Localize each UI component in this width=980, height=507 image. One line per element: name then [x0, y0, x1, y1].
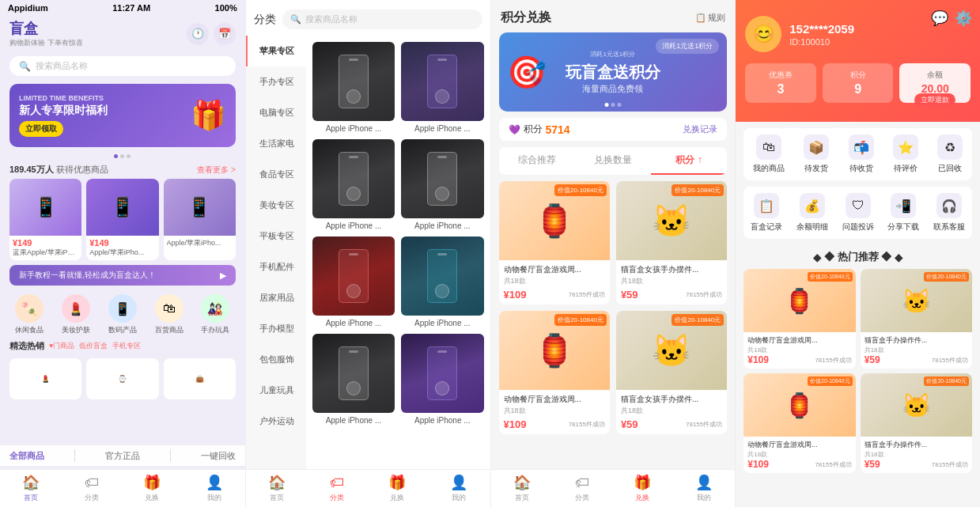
time: 11:27 AM	[112, 3, 150, 13]
panel2-nav-exchange[interactable]: 🎁 兑换	[388, 474, 406, 503]
menu-my-goods[interactable]: 🛍 我的商品	[753, 134, 785, 174]
nav-profile[interactable]: 👤 我的	[206, 474, 223, 503]
sidebar-item-kids[interactable]: 儿童玩具	[246, 375, 306, 406]
menu-pending-review[interactable]: ⭐ 待评价	[893, 134, 918, 174]
sidebar-item-computer[interactable]: 电脑专区	[246, 97, 306, 128]
sidebar-item-food[interactable]: 食品专区	[246, 159, 306, 190]
rules-button[interactable]: 📋 规则	[695, 12, 725, 24]
tab-points[interactable]: 积分 ↑	[651, 147, 727, 175]
sidebar-item-models[interactable]: 手办模型	[246, 313, 306, 344]
banner-btn[interactable]: 立即领取	[19, 121, 63, 137]
hot-products-grid: 🏮 价值20-10840元 动物餐厅盲盒游戏周... 共18款 ¥109 781…	[736, 269, 980, 473]
menu-box-record[interactable]: 📋 盲盒记录	[751, 193, 782, 233]
nav-exchange[interactable]: 🎁 兑换	[143, 474, 161, 503]
menu-pending-ship[interactable]: 📦 待发货	[804, 134, 829, 174]
product-card-0[interactable]: 📱 ¥149 蓝果Apple/苹果iPho...	[9, 179, 81, 260]
tab-recommend[interactable]: 综合推荐	[499, 147, 575, 175]
nav-category[interactable]: 🏷 分类	[85, 475, 99, 503]
category-digital[interactable]: 📱 数码产品	[108, 294, 137, 335]
sidebar-item-beauty[interactable]: 美妆专区	[246, 190, 306, 221]
sidebar-item-outdoor[interactable]: 户外运动	[246, 406, 306, 437]
category-beauty[interactable]: 💄 美妆护肤	[62, 294, 90, 335]
panel3-nav-category[interactable]: 🏷 分类	[575, 475, 589, 503]
panel2-nav-home[interactable]: 🏠 首页	[268, 474, 286, 503]
plan-button[interactable]: 📅	[214, 23, 236, 45]
panel3-product-3[interactable]: 🐱 价值20-10840元 猫盲盒女孩手办摆件... 共18款 ¥59 7815…	[616, 311, 727, 434]
product-card-2[interactable]: 📱 Apple/苹果iPho...	[164, 179, 236, 260]
hot-product-name-3: 猫盲盒手办操作件...	[865, 440, 968, 450]
panel3-product-img-0: 🏮 价值20-10840元	[499, 181, 610, 260]
official-btn[interactable]: 官方正品	[105, 450, 140, 462]
settings-icon[interactable]: ⚙️	[955, 9, 972, 27]
message-icon[interactable]: 💬	[931, 9, 948, 27]
category-food[interactable]: 🍡 休闲食品	[15, 294, 44, 335]
panel3-nav-profile[interactable]: 👤 我的	[695, 474, 713, 503]
hot-item-beauty[interactable]: 💄	[9, 358, 81, 399]
hot-product-img-2: 🏮 价值20-10840元	[744, 373, 855, 437]
sidebar-item-figures[interactable]: 手办专区	[246, 66, 306, 97]
hot-product-1[interactable]: 🐱 价值20-10840元 猫盲盒手办操作件... 共18款 ¥59 78155…	[861, 269, 972, 369]
panel2-nav-category[interactable]: 🏷 分类	[330, 475, 344, 503]
all-products-btn[interactable]: 全部商品	[9, 450, 44, 462]
sidebar-item-tablet[interactable]: 平板专区	[246, 221, 306, 252]
stat-balance[interactable]: 余额 20.00 立即退款	[899, 63, 971, 103]
nav-home[interactable]: 🏠 首页	[22, 474, 40, 503]
bottom-action-bar: 全部商品 官方正品 一键回收	[0, 445, 245, 466]
panel3-product-0[interactable]: 🏮 价值20-10840元 动物餐厅盲盒游戏周... 共18款 ¥109 781…	[499, 181, 610, 305]
panel2-product-3[interactable]: Apple iPhone ...	[401, 139, 483, 230]
panel2-product-4[interactable]: Apple iPhone ...	[312, 236, 395, 327]
product-sold-3: 78155件成功	[686, 420, 722, 429]
hot-item-bag[interactable]: 👜	[164, 358, 236, 399]
hot-product-0[interactable]: 🏮 价值20-10840元 动物餐厅盲盒游戏周... 共18款 ¥109 781…	[744, 269, 855, 369]
panel1-search-bar[interactable]: 🔍 搜索商品名称	[9, 56, 236, 76]
sidebar-item-fashion[interactable]: 包包服饰	[246, 344, 306, 375]
sidebar-item-home[interactable]: 居家用品	[246, 282, 306, 313]
goods-label: 我的商品	[753, 163, 785, 174]
hot-item-watch[interactable]: ⌚	[86, 358, 158, 399]
new-user-banner[interactable]: LIMITED TIME BENEFITS 新人专享限时福利 立即领取 🎁	[9, 84, 236, 147]
panel3-product-2[interactable]: 🏮 价值20-10840元 动物餐厅盲盒游戏周... 共18款 ¥109 781…	[499, 311, 610, 434]
beauty-icon: 💄	[62, 294, 90, 323]
hot-product-emoji-2: 🏮	[785, 392, 814, 419]
recycle-btn[interactable]: 一键回收	[201, 450, 236, 462]
product-info-1: ¥149 Apple/苹果iPho...	[86, 236, 158, 260]
panel2-nav-profile[interactable]: 👤 我的	[450, 474, 467, 503]
panel2-product-5[interactable]: Apple iPhone ...	[401, 236, 483, 327]
menu-balance-detail[interactable]: 💰 余额明细	[796, 193, 828, 233]
refund-btn[interactable]: 立即退款	[914, 93, 955, 107]
stat-coupon[interactable]: 优惠券 3	[745, 63, 816, 103]
panel2-product-7[interactable]: Apple iPhone ...	[401, 334, 483, 425]
panel3-product-1[interactable]: 🐱 价值20-10840元 猫盲盒女孩手办摆件... 共18款 ¥59 7815…	[616, 181, 727, 305]
product-card-1[interactable]: 📱 ¥149 Apple/苹果iPho...	[86, 179, 158, 260]
stat-points[interactable]: 积分 9	[823, 63, 894, 103]
panel2-product-6[interactable]: Apple iPhone ...	[312, 334, 395, 425]
menu-share[interactable]: 📲 分享下载	[887, 193, 919, 233]
exchange-record-link[interactable]: 兑换记录	[683, 123, 717, 135]
hot-product-2[interactable]: 🏮 价值20-10840元 动物餐厅盲盒游戏周... 共18款 ¥109 781…	[744, 373, 855, 473]
product-name-1: 猫盲盒女孩手办摆件...	[621, 264, 722, 274]
panel3-nav-exchange[interactable]: 🎁 兑换	[634, 474, 651, 503]
sidebar-item-appliance[interactable]: 生活家电	[246, 128, 306, 159]
menu-complaint[interactable]: 🛡 问题投诉	[842, 193, 874, 233]
banner-badge: 消耗1元送1积分	[656, 39, 719, 54]
view-more-link[interactable]: 查看更多 >	[197, 165, 236, 176]
category-goods[interactable]: 🛍 百货商品	[155, 294, 184, 335]
sidebar-item-apple[interactable]: 苹果专区	[246, 36, 306, 66]
tab-count[interactable]: 兑换数量	[575, 147, 651, 175]
panel2-product-2[interactable]: Apple iPhone ...	[312, 139, 395, 230]
panel2-product-0[interactable]: Apple iPhone ...	[312, 42, 395, 133]
hot-section-title: 精选热销	[9, 340, 44, 352]
tutorial-banner[interactable]: 新手教程一看就懂,轻松成为盲盒达人！ ▶	[9, 265, 236, 286]
sidebar-item-accessories[interactable]: 手机配件	[246, 252, 306, 282]
menu-recycled[interactable]: ♻ 已回收	[937, 134, 963, 174]
panel3-nav-home[interactable]: 🏠 首页	[513, 474, 531, 503]
panel2-product-1[interactable]: Apple iPhone ...	[401, 42, 483, 133]
record-button[interactable]: 🕐	[187, 23, 209, 45]
panel2-search-bar[interactable]: 🔍 搜索商品名称	[282, 9, 482, 29]
category-toys[interactable]: 🎎 手办玩具	[201, 294, 229, 335]
home-label: 首页	[270, 493, 284, 503]
hot-product-3[interactable]: 🐱 价值20-10840元 猫盲盒手办操作件... 共18款 ¥59 78155…	[861, 373, 972, 473]
menu-pending-receive[interactable]: 📬 待收货	[849, 134, 874, 174]
menu-service[interactable]: 🎧 联系客服	[933, 193, 965, 233]
recycle-label: 已回收	[938, 163, 962, 174]
